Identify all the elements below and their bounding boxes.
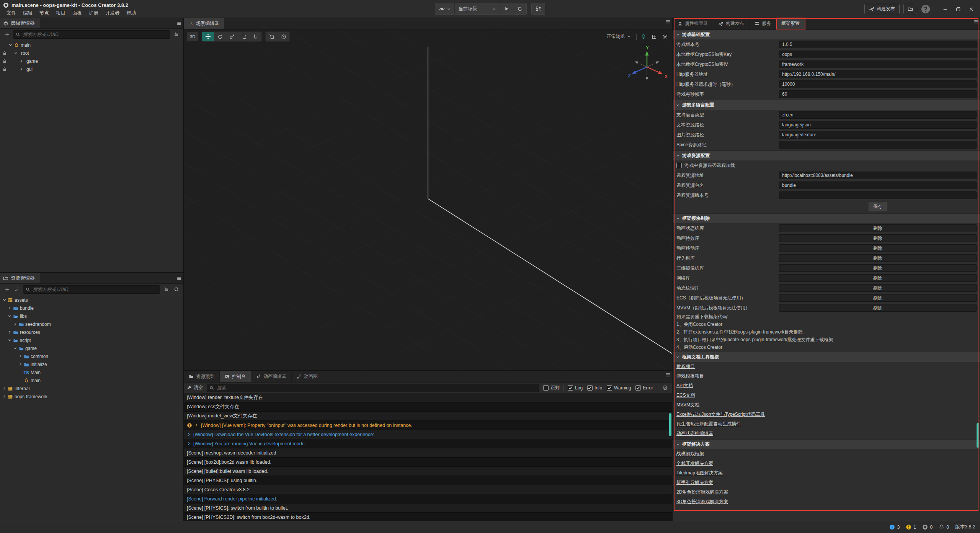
- create-node-button[interactable]: [3, 31, 11, 38]
- field-input-支持语言类型[interactable]: [779, 111, 977, 119]
- filter-error[interactable]: Error: [635, 385, 653, 391]
- scene-settings-button[interactable]: [661, 33, 669, 41]
- field-input-本地数据CryptoES加密Key[interactable]: [779, 51, 977, 58]
- menu-item-编辑[interactable]: 编辑: [20, 9, 36, 17]
- platform-select[interactable]: [435, 3, 455, 15]
- view-grid-button[interactable]: [650, 33, 658, 41]
- doc-link-API文档[interactable]: API文档: [676, 383, 693, 389]
- tab-构建发布[interactable]: 构建发布: [713, 18, 750, 29]
- menu-item-面板[interactable]: 面板: [69, 9, 85, 17]
- doc-link-Excel格式转Json文件与TypeScript代码工具[interactable]: Excel格式转Json文件与TypeScript代码工具: [676, 411, 765, 418]
- filter-warning[interactable]: Warning: [607, 385, 631, 391]
- section-header-游戏基础配置[interactable]: 游戏基础配置: [673, 29, 980, 39]
- assets-node-bundle[interactable]: bundle: [0, 304, 183, 312]
- tab-控制台[interactable]: 控制台: [220, 371, 251, 382]
- open-project-folder-button[interactable]: [903, 4, 917, 14]
- status-notifications[interactable]: 0: [939, 524, 949, 530]
- scene-select-dropdown[interactable]: 当前场景: [455, 3, 500, 15]
- inspector-scrollbar[interactable]: [977, 423, 979, 448]
- scale-tool[interactable]: [226, 32, 238, 41]
- hierarchy-node-main[interactable]: main: [0, 41, 183, 49]
- console-clear-button[interactable]: 清空: [187, 384, 203, 391]
- preview-qr-button[interactable]: [531, 3, 545, 15]
- hierarchy-tab[interactable]: 层级管理器: [0, 18, 40, 28]
- log-row[interactable]: [Window] You are running Vue in developm…: [184, 439, 672, 448]
- doc-link-2D角色扮演游戏解决方案[interactable]: 2D角色扮演游戏解决方案: [676, 489, 728, 495]
- section-header-框架文档工具链接[interactable]: 框架文档工具链接: [673, 352, 980, 362]
- field-input-Http服务器请求超时（毫秒）[interactable]: [779, 80, 977, 88]
- status-error[interactable]: 0: [922, 524, 933, 530]
- field-input-游戏版本号[interactable]: [779, 41, 977, 48]
- console-menu-button[interactable]: [664, 371, 672, 379]
- filter-log[interactable]: Log: [568, 385, 583, 391]
- status-info[interactable]: 3: [889, 524, 900, 530]
- remove-module-button[interactable]: 剔除: [779, 304, 977, 312]
- field-input-文本资源路径[interactable]: [779, 121, 977, 129]
- log-row[interactable]: [Scene] [PHYSICS]: switch from builtin t…: [184, 504, 672, 513]
- restart-button[interactable]: [513, 3, 526, 15]
- field-input-图片资源路径[interactable]: [779, 131, 977, 139]
- log-row[interactable]: [Scene] [PHYSICS]: using builtin.: [184, 476, 672, 485]
- assets-node-main[interactable]: main: [0, 376, 183, 384]
- tab-动画图[interactable]: 动画图: [292, 371, 323, 382]
- mode-3d-toggle[interactable]: 3D: [187, 32, 198, 41]
- doc-link-Tiledmap地图解决方案[interactable]: Tiledmap地图解决方案: [676, 470, 723, 476]
- rotate-tool[interactable]: [214, 32, 226, 41]
- section-header-游戏资源配置[interactable]: 游戏资源配置: [673, 150, 980, 160]
- expand-chevron-icon[interactable]: [187, 441, 191, 446]
- view-mode-dropdown[interactable]: 正常浏览: [604, 32, 633, 41]
- assets-node-oops-framework[interactable]: oops-framework: [0, 392, 183, 401]
- coordinate-toggle[interactable]: [278, 32, 289, 41]
- doc-link-动画状态机编辑器[interactable]: 动画状态机编辑器: [676, 430, 713, 437]
- hierarchy-filter-button[interactable]: [172, 31, 180, 38]
- remove-module-button[interactable]: 剔除: [779, 254, 977, 262]
- assets-node-seedrandom[interactable]: seedrandom: [0, 320, 183, 328]
- log-row[interactable]: [Scene] meshopt wasm decoder initialized: [184, 448, 672, 458]
- assets-node-initialize[interactable]: initialize: [0, 360, 183, 368]
- log-row[interactable]: [Scene] [PHYSICS2D]: switch from box2d-w…: [184, 513, 672, 521]
- minimize-button[interactable]: [939, 3, 952, 15]
- tab-scene-editor[interactable]: 场景编辑器: [184, 18, 224, 29]
- menu-item-文件[interactable]: 文件: [3, 9, 20, 17]
- remove-module-button[interactable]: 剔除: [779, 294, 977, 302]
- log-row[interactable]: [Scene] Forward render pipeline initiali…: [184, 494, 672, 504]
- doc-link-游戏模板项目[interactable]: 游戏模板项目: [676, 373, 704, 379]
- hierarchy-node-root[interactable]: root: [0, 49, 183, 57]
- doc-link-3D角色扮演游戏解决方案[interactable]: 3D角色扮演游戏解决方案: [676, 499, 728, 505]
- log-row[interactable]: [Window] model_view文件夹存在: [184, 412, 672, 421]
- hierarchy-search-input[interactable]: [22, 31, 167, 38]
- tab-动画编辑器[interactable]: 动画编辑器: [251, 371, 292, 382]
- field-input-远程资源包名[interactable]: [779, 181, 977, 189]
- field-input-远程资源地址[interactable]: [779, 172, 977, 179]
- remove-module-button[interactable]: 剔除: [779, 284, 977, 292]
- checkbox-unchecked[interactable]: [676, 163, 682, 168]
- log-row[interactable]: [Window] render_texture文件夹存在: [184, 393, 672, 402]
- doc-link-ECS文档[interactable]: ECS文档: [676, 392, 695, 399]
- remove-module-button[interactable]: 剔除: [779, 274, 977, 282]
- close-button[interactable]: [965, 3, 978, 15]
- menu-item-项目[interactable]: 项目: [52, 9, 69, 17]
- tab-服务[interactable]: 服务: [750, 18, 776, 29]
- assets-node-script[interactable]: script: [0, 336, 183, 344]
- scene-menu-button[interactable]: [664, 18, 672, 26]
- hierarchy-menu-button[interactable]: [175, 20, 183, 27]
- remove-module-button[interactable]: 剔除: [779, 234, 977, 242]
- field-input-远程资源版本号[interactable]: [779, 191, 977, 199]
- log-row[interactable]: [Scene] Cocos Creator v3.8.2: [184, 485, 672, 494]
- expand-chevron-icon[interactable]: [187, 432, 191, 437]
- menu-item-帮助[interactable]: 帮助: [123, 9, 140, 17]
- remove-module-button[interactable]: 剔除: [779, 264, 977, 272]
- log-row[interactable]: [Window] ecs文件夹存在: [184, 402, 672, 412]
- hierarchy-node-gui[interactable]: gui: [0, 65, 183, 73]
- doc-link-MVVM文档[interactable]: MVVM文档: [676, 402, 699, 408]
- field-input-本地数据CryptoES加密IV[interactable]: [779, 60, 977, 68]
- section-header-游戏多语言配置[interactable]: 游戏多语言配置: [673, 100, 980, 110]
- field-input-游戏每秒帧率[interactable]: [779, 90, 977, 98]
- tab-属性检查器[interactable]: 属性检查器: [673, 18, 713, 29]
- log-row[interactable]: [Scene] [box2d]:box2d wasm lib loaded.: [184, 458, 672, 467]
- section-header-框架模块剔除[interactable]: 框架模块剔除: [673, 213, 980, 223]
- lighting-toggle[interactable]: [640, 33, 647, 41]
- assets-node-common[interactable]: common: [0, 352, 183, 360]
- remove-module-button[interactable]: 剔除: [779, 244, 977, 252]
- expand-chevron-icon[interactable]: [194, 423, 199, 427]
